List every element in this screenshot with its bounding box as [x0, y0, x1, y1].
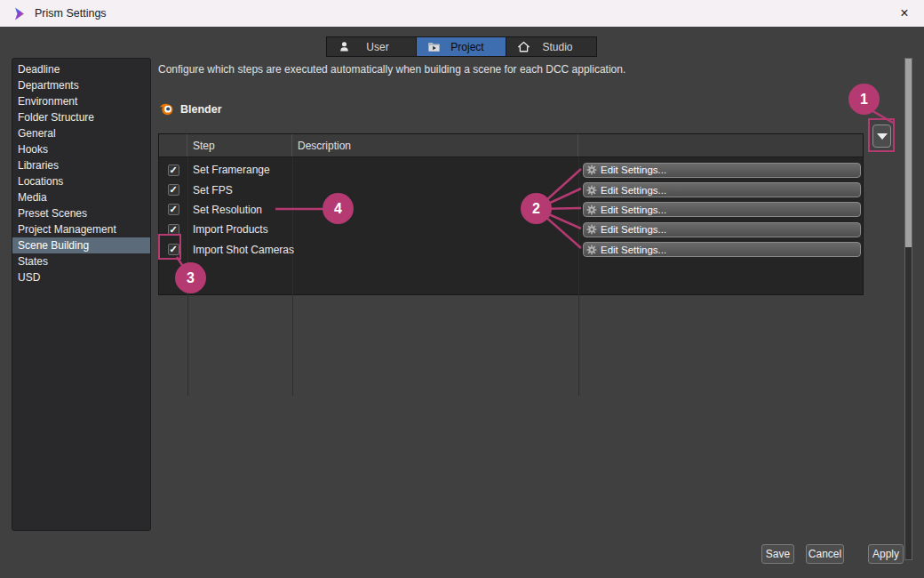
- close-button[interactable]: ×: [890, 0, 919, 27]
- tab-project[interactable]: Project: [417, 37, 506, 56]
- sidebar-item-preset-scenes[interactable]: Preset Scenes: [12, 205, 150, 221]
- header-description: Description: [292, 134, 578, 157]
- table-row: ✓ Set Resolution: [159, 200, 863, 220]
- table-row: ✓ Import Products: [159, 220, 863, 239]
- edit-settings-label: Edit Settings...: [601, 165, 666, 175]
- edit-settings-label: Edit Settings...: [601, 245, 666, 255]
- sidebar-item-general[interactable]: General: [12, 125, 150, 141]
- sidebar-item-libraries[interactable]: Libraries: [12, 157, 150, 173]
- table-body: ✓ Set Framerange: [159, 157, 863, 260]
- dcc-section-header: Blender: [159, 101, 222, 116]
- edit-settings-button[interactable]: Edit Settings...: [583, 242, 861, 257]
- table-row: ✓ Set FPS: [159, 180, 863, 199]
- chevron-down-icon: [877, 133, 888, 140]
- home-icon: [517, 40, 530, 53]
- table-row: ✓ Set Framerange: [159, 160, 863, 180]
- prism-settings-window: Prism Settings × User Project Studio: [0, 0, 924, 578]
- header-actions-column: [578, 134, 863, 157]
- step-label: Set Resolution: [187, 204, 292, 216]
- header-checkbox-column: [159, 134, 187, 157]
- edit-settings-button[interactable]: Edit Settings...: [583, 202, 861, 217]
- sidebar-item-departments[interactable]: Departments: [12, 77, 150, 93]
- dcc-dropdown-button[interactable]: [872, 124, 891, 148]
- edit-settings-button[interactable]: Edit Settings...: [583, 163, 861, 178]
- sidebar-item-states[interactable]: States: [12, 253, 150, 269]
- page-description: Configure which steps are executed autom…: [158, 63, 625, 76]
- project-icon: [427, 40, 441, 53]
- tab-studio[interactable]: Studio: [506, 37, 596, 56]
- cancel-button[interactable]: Cancel: [806, 544, 844, 564]
- title-bar: Prism Settings ×: [0, 0, 924, 27]
- sidebar-item-media[interactable]: Media: [12, 189, 150, 205]
- apply-button[interactable]: Apply: [868, 544, 904, 564]
- step-label: Set FPS: [187, 184, 292, 197]
- step-label: Set Framerange: [187, 164, 292, 176]
- gear-icon: [586, 224, 597, 235]
- sidebar-item-hooks[interactable]: Hooks: [12, 141, 150, 157]
- gear-icon: [586, 165, 597, 175]
- sidebar-item-locations[interactable]: Locations: [12, 173, 150, 189]
- step-checkbox-import-shot-cameras[interactable]: ✓: [168, 244, 179, 255]
- step-label: Import Products: [187, 223, 292, 236]
- tab-user[interactable]: User: [327, 37, 417, 56]
- edit-settings-button[interactable]: Edit Settings...: [583, 182, 861, 197]
- step-checkbox-import-products[interactable]: ✓: [168, 224, 179, 236]
- step-checkbox-set-fps[interactable]: ✓: [168, 184, 179, 196]
- gear-icon: [586, 185, 597, 196]
- table-header: Step Description: [159, 134, 863, 157]
- blender-icon: [159, 101, 174, 116]
- header-step: Step: [187, 134, 292, 157]
- edit-settings-label: Edit Settings...: [601, 205, 666, 215]
- window-title: Prism Settings: [35, 7, 107, 20]
- gear-icon: [586, 245, 597, 255]
- sidebar-item-deadline[interactable]: Deadline: [12, 61, 150, 77]
- sidebar-item-project-management[interactable]: Project Management: [12, 221, 150, 237]
- annotation-callout-1: 1: [848, 84, 880, 115]
- sidebar-item-usd[interactable]: USD: [12, 269, 150, 285]
- prism-logo-icon: [12, 6, 27, 21]
- gear-icon: [586, 205, 597, 215]
- scrollbar-track[interactable]: [904, 58, 912, 560]
- sidebar-item-folder-structure[interactable]: Folder Structure: [12, 109, 150, 125]
- edit-settings-button[interactable]: Edit Settings...: [583, 222, 861, 237]
- settings-scope-tabs: User Project Studio: [326, 36, 597, 57]
- edit-settings-label: Edit Settings...: [601, 224, 666, 235]
- step-checkbox-set-resolution[interactable]: ✓: [168, 204, 179, 215]
- edit-settings-label: Edit Settings...: [601, 185, 666, 196]
- sidebar-item-scene-building[interactable]: Scene Building: [12, 237, 150, 253]
- step-checkbox-set-framerange[interactable]: ✓: [168, 165, 179, 176]
- scrollbar-thumb[interactable]: [905, 59, 912, 247]
- sidebar-item-environment[interactable]: Environment: [12, 93, 150, 109]
- scene-build-steps-table: Step Description ✓ Set Framerange: [158, 133, 864, 295]
- user-icon: [338, 40, 351, 53]
- step-label: Import Shot Cameras: [187, 244, 292, 256]
- dcc-name: Blender: [180, 103, 222, 116]
- settings-category-list: Deadline Departments Environment Folder …: [12, 58, 151, 531]
- save-button[interactable]: Save: [761, 544, 794, 564]
- table-row: ✓ Import Shot Cameras: [159, 240, 863, 260]
